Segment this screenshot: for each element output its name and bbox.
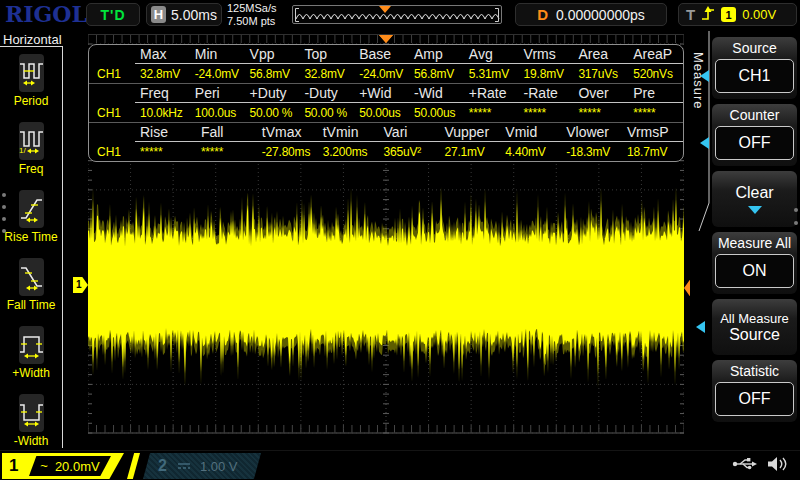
measure-header: AreaP (628, 46, 683, 64)
measure-value: ***** (519, 106, 574, 120)
measure-header: Rise (135, 124, 196, 142)
measure-header: Vmid (500, 124, 561, 142)
measure-value: 4.40mV (500, 145, 561, 159)
softkey-value: ON (715, 254, 794, 288)
left-arrow-icon (696, 321, 705, 333)
channel-label: CH1 (89, 106, 135, 120)
left-arrow-icon (700, 137, 709, 149)
right-menu-items: SourceCH1CounterOFFClearMeasure AllONAll… (712, 37, 797, 422)
page-dot (2, 229, 6, 233)
measure-header: Vlower (561, 124, 622, 142)
rising-edge-icon (701, 6, 715, 23)
measure-value: -18.3mV (561, 145, 622, 159)
measure-header: Peri (190, 85, 245, 103)
top-status-bar: RIGOL T'D H 5.00ms 125MSa/s 7.50M pts D … (0, 0, 800, 30)
horizontal-icon: H (151, 6, 166, 23)
svg-text:1/: 1/ (19, 146, 26, 155)
waveform-preview-bar[interactable] (292, 5, 502, 24)
right-menu: Measure SourceCH1CounterOFFClearMeasure … (690, 30, 800, 450)
beeper-icon (766, 455, 788, 473)
measure-value: ***** (464, 106, 519, 120)
delay-icon: D (537, 6, 548, 23)
measure-value: 50.00 % (245, 106, 300, 120)
measure-value: 50.00 % (299, 106, 354, 120)
softkey-value: CH1 (715, 59, 794, 93)
measure-header: Vari (379, 124, 440, 142)
measure-header: Pre (628, 85, 683, 103)
channel1-scale: 20.0mV (55, 459, 100, 474)
channel-label: CH1 (89, 67, 135, 81)
channel1-number: 1 (9, 456, 18, 476)
acquisition-info: 125MSa/s 7.50M pts (227, 2, 277, 28)
trigger-level-value: 0.00V (742, 7, 776, 22)
channel2-scale: 1.00 V (192, 459, 238, 474)
minus-width-icon (19, 394, 44, 432)
measure-header: Over (573, 85, 628, 103)
measure-value: 50.00us (409, 106, 464, 120)
measure-value: 27.1mV (439, 145, 500, 159)
measure-value: 18.7mV (622, 145, 683, 159)
measure-section: MaxMinVppTopBaseAmpAvgVrmsAreaAreaPCH132… (89, 45, 683, 83)
softkey-value: OFF (715, 382, 794, 416)
measure-value: 56.8mV (245, 67, 300, 81)
menu-item-label: Freq (0, 162, 62, 176)
softkey-all-measure-source[interactable]: All MeasureSource (712, 299, 797, 355)
softkey-label: Statistic (712, 361, 797, 381)
menu-item-period[interactable]: Period (0, 54, 62, 120)
softkey-clear[interactable]: Clear (712, 171, 797, 227)
measure-value: 32.8mV (299, 67, 354, 81)
measure-header: Avg (464, 46, 519, 64)
timebase-box[interactable]: H 5.00ms (146, 3, 222, 26)
channel2-badge[interactable]: 2 1.00 V (143, 453, 261, 479)
softkey-label: Source (712, 38, 797, 58)
softkey-statistic[interactable]: StatisticOFF (712, 360, 797, 422)
menu-item-rise-time[interactable]: Rise Time (0, 190, 62, 256)
rise-time-icon (19, 190, 44, 228)
measure-value: 32.8mV (135, 67, 190, 81)
softkey-counter[interactable]: CounterOFF (712, 104, 797, 166)
trigger-position-marker[interactable] (379, 35, 393, 43)
measure-value: 317uVs (573, 67, 628, 81)
menu-item-fall-time[interactable]: Fall Time (0, 258, 62, 324)
menu-item-width[interactable]: +Width (0, 326, 62, 392)
delay-value: 0.00000000ps (556, 7, 645, 23)
measure-value: 56.8mV (409, 67, 464, 81)
measure-value: ***** (135, 145, 196, 159)
page-dot (2, 217, 6, 221)
measure-value: ***** (628, 106, 683, 120)
left-arrow-icon (700, 70, 709, 82)
timebase-value: 5.00ms (171, 7, 217, 23)
measure-header: Vupper (439, 124, 500, 142)
down-arrow-icon (748, 206, 762, 214)
footer-icons (732, 455, 788, 473)
measure-value: -24.0mV (354, 67, 409, 81)
menu-item-freq[interactable]: 1/Freq (0, 122, 62, 188)
measure-value: -24.0mV (190, 67, 245, 81)
trigger-source-channel-badge: 1 (721, 7, 736, 22)
measure-header: Amp (409, 46, 464, 64)
delay-box[interactable]: D 0.00000000ps (515, 3, 667, 26)
measure-header: Vrms (519, 46, 574, 64)
measure-value: 10.0kHz (135, 106, 190, 120)
measure-header: +Duty (245, 85, 300, 103)
softkey-label: Counter (712, 105, 797, 125)
channel1-settings: ~ 20.0mV (29, 456, 111, 476)
channel1-badge-stripe (127, 453, 140, 479)
measure-header: -Rate (519, 85, 574, 103)
softkey-measure-all[interactable]: Measure AllON (712, 232, 797, 294)
channel2-number: 2 (143, 457, 167, 475)
menu-item-label: Fall Time (0, 298, 62, 312)
trigger-box[interactable]: T 1 0.00V (678, 3, 797, 26)
menu-item-label: Period (0, 94, 62, 108)
measure-value: 5.31mV (464, 67, 519, 81)
measure-header: -Wid (409, 85, 464, 103)
usb-icon (732, 456, 758, 472)
measure-header: +Rate (464, 85, 519, 103)
menu-item-label: -Width (0, 434, 62, 448)
menu-item-label: +Width (0, 366, 62, 380)
ac-coupling-icon: ~ (40, 461, 48, 471)
softkey-source[interactable]: SourceCH1 (712, 37, 797, 99)
softkey-label: All Measure (720, 311, 789, 326)
measure-header: Fall (196, 124, 257, 142)
channel1-badge[interactable]: 1 ~ 20.0mV (2, 453, 124, 479)
